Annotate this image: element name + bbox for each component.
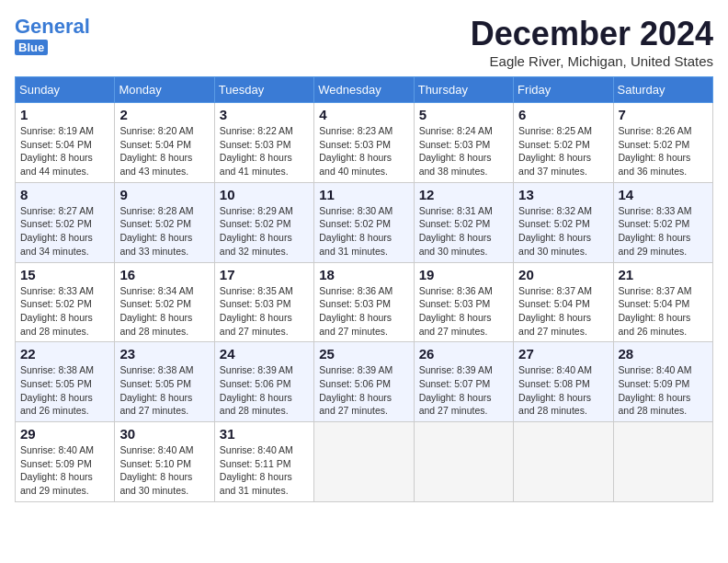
logo-blue: Blue bbox=[15, 40, 48, 55]
calendar-cell bbox=[613, 422, 712, 502]
calendar-cell: 22Sunrise: 8:38 AM Sunset: 5:05 PM Dayli… bbox=[16, 342, 115, 422]
day-info: Sunrise: 8:40 AM Sunset: 5:09 PM Dayligh… bbox=[619, 363, 708, 418]
calendar-cell: 28Sunrise: 8:40 AM Sunset: 5:09 PM Dayli… bbox=[613, 342, 712, 422]
day-info: Sunrise: 8:37 AM Sunset: 5:04 PM Dayligh… bbox=[619, 284, 708, 339]
day-info: Sunrise: 8:38 AM Sunset: 5:05 PM Dayligh… bbox=[119, 363, 209, 418]
calendar-cell: 23Sunrise: 8:38 AM Sunset: 5:05 PM Dayli… bbox=[115, 342, 214, 422]
day-number: 23 bbox=[119, 346, 209, 362]
title-section: December 2024 Eagle River, Michigan, Uni… bbox=[471, 15, 713, 69]
day-header-wednesday: Wednesday bbox=[314, 77, 414, 103]
day-header-friday: Friday bbox=[514, 77, 613, 103]
day-info: Sunrise: 8:19 AM Sunset: 5:04 PM Dayligh… bbox=[20, 124, 109, 178]
day-number: 15 bbox=[20, 267, 109, 282]
day-number: 17 bbox=[220, 267, 309, 282]
day-info: Sunrise: 8:39 AM Sunset: 5:07 PM Dayligh… bbox=[419, 363, 508, 418]
calendar-cell: 13Sunrise: 8:32 AM Sunset: 5:02 PM Dayli… bbox=[514, 182, 613, 262]
day-number: 3 bbox=[220, 107, 309, 122]
day-number: 5 bbox=[419, 107, 508, 122]
day-number: 24 bbox=[220, 346, 309, 362]
day-info: Sunrise: 8:33 AM Sunset: 5:02 PM Dayligh… bbox=[20, 284, 109, 339]
day-info: Sunrise: 8:34 AM Sunset: 5:02 PM Dayligh… bbox=[119, 284, 209, 339]
day-number: 21 bbox=[619, 267, 708, 282]
day-number: 9 bbox=[119, 187, 209, 202]
day-info: Sunrise: 8:24 AM Sunset: 5:03 PM Dayligh… bbox=[419, 124, 508, 178]
day-header-thursday: Thursday bbox=[414, 77, 513, 103]
day-info: Sunrise: 8:40 AM Sunset: 5:10 PM Dayligh… bbox=[119, 443, 209, 498]
day-header-tuesday: Tuesday bbox=[214, 77, 313, 103]
day-info: Sunrise: 8:39 AM Sunset: 5:06 PM Dayligh… bbox=[220, 363, 309, 418]
day-number: 20 bbox=[518, 267, 608, 282]
calendar-week-row: 29Sunrise: 8:40 AM Sunset: 5:09 PM Dayli… bbox=[16, 422, 713, 502]
day-header-monday: Monday bbox=[115, 77, 214, 103]
day-info: Sunrise: 8:26 AM Sunset: 5:02 PM Dayligh… bbox=[619, 124, 708, 178]
day-number: 12 bbox=[419, 187, 508, 202]
calendar-cell: 2Sunrise: 8:20 AM Sunset: 5:04 PM Daylig… bbox=[115, 103, 214, 183]
day-info: Sunrise: 8:22 AM Sunset: 5:03 PM Dayligh… bbox=[220, 124, 309, 178]
calendar-cell bbox=[514, 422, 613, 502]
logo-general: General bbox=[15, 15, 90, 39]
calendar-cell: 16Sunrise: 8:34 AM Sunset: 5:02 PM Dayli… bbox=[115, 262, 214, 342]
calendar-cell: 27Sunrise: 8:40 AM Sunset: 5:08 PM Dayli… bbox=[514, 342, 613, 422]
day-number: 4 bbox=[319, 107, 408, 122]
day-info: Sunrise: 8:37 AM Sunset: 5:04 PM Dayligh… bbox=[518, 284, 608, 339]
day-number: 30 bbox=[119, 426, 209, 442]
calendar-cell: 25Sunrise: 8:39 AM Sunset: 5:06 PM Dayli… bbox=[314, 342, 414, 422]
day-info: Sunrise: 8:40 AM Sunset: 5:11 PM Dayligh… bbox=[220, 443, 309, 498]
logo: General Blue bbox=[15, 15, 90, 55]
calendar-cell: 29Sunrise: 8:40 AM Sunset: 5:09 PM Dayli… bbox=[16, 422, 115, 502]
calendar-cell: 20Sunrise: 8:37 AM Sunset: 5:04 PM Dayli… bbox=[514, 262, 613, 342]
day-info: Sunrise: 8:20 AM Sunset: 5:04 PM Dayligh… bbox=[119, 124, 209, 178]
calendar-week-row: 1Sunrise: 8:19 AM Sunset: 5:04 PM Daylig… bbox=[16, 103, 713, 183]
day-number: 16 bbox=[119, 267, 209, 282]
calendar-cell: 9Sunrise: 8:28 AM Sunset: 5:02 PM Daylig… bbox=[115, 182, 214, 262]
day-number: 10 bbox=[220, 187, 309, 202]
day-info: Sunrise: 8:31 AM Sunset: 5:02 PM Dayligh… bbox=[419, 204, 508, 259]
calendar-cell: 3Sunrise: 8:22 AM Sunset: 5:03 PM Daylig… bbox=[214, 103, 313, 183]
day-number: 11 bbox=[319, 187, 408, 202]
day-number: 6 bbox=[518, 107, 608, 122]
day-info: Sunrise: 8:23 AM Sunset: 5:03 PM Dayligh… bbox=[319, 124, 408, 178]
calendar-cell bbox=[314, 422, 414, 502]
day-number: 26 bbox=[419, 346, 508, 362]
calendar-header-row: SundayMondayTuesdayWednesdayThursdayFrid… bbox=[16, 77, 713, 103]
day-header-saturday: Saturday bbox=[613, 77, 712, 103]
calendar-week-row: 22Sunrise: 8:38 AM Sunset: 5:05 PM Dayli… bbox=[16, 342, 713, 422]
calendar-cell: 30Sunrise: 8:40 AM Sunset: 5:10 PM Dayli… bbox=[115, 422, 214, 502]
day-info: Sunrise: 8:33 AM Sunset: 5:02 PM Dayligh… bbox=[619, 204, 708, 259]
day-info: Sunrise: 8:32 AM Sunset: 5:02 PM Dayligh… bbox=[518, 204, 608, 259]
calendar-cell: 8Sunrise: 8:27 AM Sunset: 5:02 PM Daylig… bbox=[16, 182, 115, 262]
day-info: Sunrise: 8:39 AM Sunset: 5:06 PM Dayligh… bbox=[319, 363, 408, 418]
day-number: 8 bbox=[20, 187, 109, 202]
location-title: Eagle River, Michigan, United States bbox=[471, 53, 713, 69]
day-info: Sunrise: 8:36 AM Sunset: 5:03 PM Dayligh… bbox=[419, 284, 508, 339]
day-number: 22 bbox=[20, 346, 109, 362]
calendar-cell bbox=[414, 422, 513, 502]
day-number: 25 bbox=[319, 346, 408, 362]
day-number: 19 bbox=[419, 267, 508, 282]
calendar-cell: 1Sunrise: 8:19 AM Sunset: 5:04 PM Daylig… bbox=[16, 103, 115, 183]
day-number: 27 bbox=[518, 346, 608, 362]
calendar-cell: 11Sunrise: 8:30 AM Sunset: 5:02 PM Dayli… bbox=[314, 182, 414, 262]
calendar-week-row: 15Sunrise: 8:33 AM Sunset: 5:02 PM Dayli… bbox=[16, 262, 713, 342]
page-header: General Blue December 2024 Eagle River, … bbox=[15, 15, 713, 69]
day-number: 18 bbox=[319, 267, 408, 282]
month-title: December 2024 bbox=[471, 15, 713, 53]
calendar-week-row: 8Sunrise: 8:27 AM Sunset: 5:02 PM Daylig… bbox=[16, 182, 713, 262]
day-info: Sunrise: 8:38 AM Sunset: 5:05 PM Dayligh… bbox=[20, 363, 109, 418]
day-number: 28 bbox=[619, 346, 708, 362]
day-number: 2 bbox=[119, 107, 209, 122]
day-info: Sunrise: 8:35 AM Sunset: 5:03 PM Dayligh… bbox=[220, 284, 309, 339]
calendar-table: SundayMondayTuesdayWednesdayThursdayFrid… bbox=[15, 76, 713, 502]
calendar-cell: 17Sunrise: 8:35 AM Sunset: 5:03 PM Dayli… bbox=[214, 262, 313, 342]
calendar-cell: 6Sunrise: 8:25 AM Sunset: 5:02 PM Daylig… bbox=[514, 103, 613, 183]
day-number: 29 bbox=[20, 426, 109, 442]
calendar-cell: 10Sunrise: 8:29 AM Sunset: 5:02 PM Dayli… bbox=[214, 182, 313, 262]
day-number: 31 bbox=[220, 426, 309, 442]
day-info: Sunrise: 8:29 AM Sunset: 5:02 PM Dayligh… bbox=[220, 204, 309, 259]
day-info: Sunrise: 8:40 AM Sunset: 5:09 PM Dayligh… bbox=[20, 443, 109, 498]
day-info: Sunrise: 8:30 AM Sunset: 5:02 PM Dayligh… bbox=[319, 204, 408, 259]
calendar-cell: 4Sunrise: 8:23 AM Sunset: 5:03 PM Daylig… bbox=[314, 103, 414, 183]
calendar-cell: 15Sunrise: 8:33 AM Sunset: 5:02 PM Dayli… bbox=[16, 262, 115, 342]
day-info: Sunrise: 8:36 AM Sunset: 5:03 PM Dayligh… bbox=[319, 284, 408, 339]
day-info: Sunrise: 8:28 AM Sunset: 5:02 PM Dayligh… bbox=[119, 204, 209, 259]
